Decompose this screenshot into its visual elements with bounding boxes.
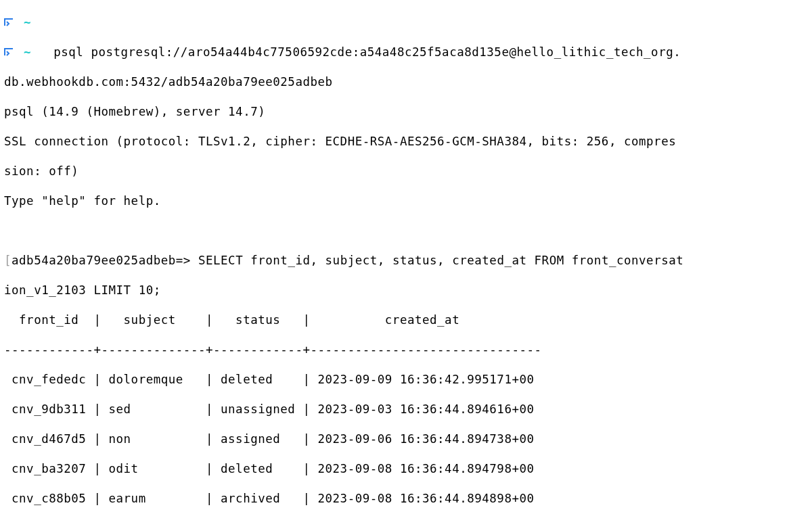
table-row: cnv_d467d5 | non | assigned | 2023-09-06… <box>4 431 808 446</box>
table-row: cnv_fededc | doloremque | deleted | 2023… <box>4 372 808 387</box>
table-divider: ------------+--------------+------------… <box>4 342 808 357</box>
tilde-path: ~ <box>24 45 31 59</box>
table-header: front_id | subject | status | created_at <box>4 312 808 327</box>
query-line: [adb54a20ba79ee025adbeb=> SELECT front_i… <box>4 253 808 268</box>
table-row: cnv_c88b05 | earum | archived | 2023-09-… <box>4 491 808 506</box>
table-row: cnv_9db311 | sed | unassigned | 2023-09-… <box>4 402 808 417</box>
connection-url-cont: db.webhookdb.com:5432/adb54a20ba79ee025a… <box>4 74 808 89</box>
terminal-viewport[interactable]: ~ ~ psql postgresql://aro54a44b4c7750659… <box>0 0 812 514</box>
sql-query-part1: SELECT front_id, subject, status, create… <box>191 254 683 267</box>
bracket-icon: [ <box>4 254 12 267</box>
command-line: ~ psql postgresql://aro54a44b4c77506592c… <box>4 45 808 60</box>
tilde-path: ~ <box>24 16 31 29</box>
ssl-line: SSL connection (protocol: TLSv1.2, ciphe… <box>4 134 808 149</box>
shell-prompt-icon <box>4 45 14 53</box>
help-line: Type "help" for help. <box>4 193 808 208</box>
table-row: cnv_ba3207 | odit | deleted | 2023-09-08… <box>4 461 808 476</box>
db-prompt: adb54a20ba79ee025adbeb=> <box>12 254 191 267</box>
shell-prompt-icon <box>4 15 14 23</box>
connection-url: postgresql://aro54a44b4c77506592cde:a54a… <box>91 45 681 59</box>
blank-line <box>4 223 808 238</box>
prompt-line-top: ~ <box>4 15 808 30</box>
psql-version: psql (14.9 (Homebrew), server 14.7) <box>4 104 808 119</box>
ssl-line-cont: sion: off) <box>4 164 808 179</box>
psql-command: psql <box>53 45 83 59</box>
sql-query-part2: ion_v1_2103 LIMIT 10; <box>4 283 808 298</box>
